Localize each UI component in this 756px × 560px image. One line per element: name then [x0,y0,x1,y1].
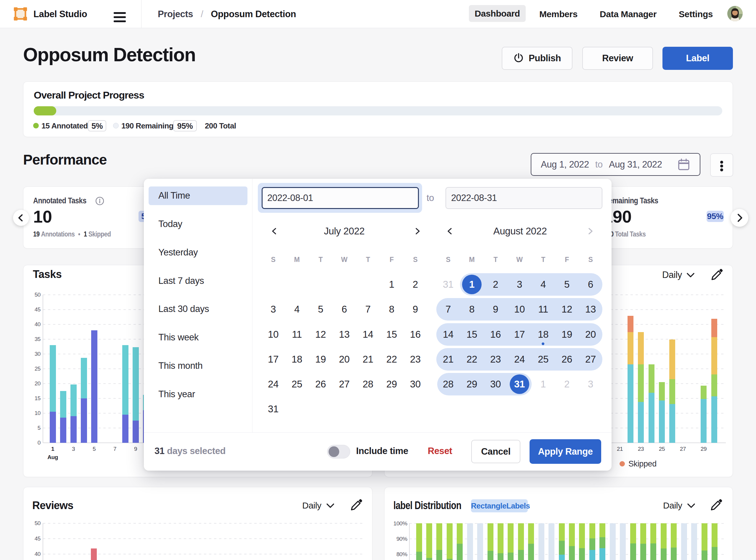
svg-text:100%: 100% [393,520,407,526]
svg-text:40: 40 [35,551,41,557]
svg-text:50: 50 [35,520,41,526]
svg-text:50: 50 [35,292,41,298]
svg-text:27: 27 [680,446,686,452]
svg-text:25: 25 [35,365,41,372]
svg-text:80%: 80% [396,551,407,557]
svg-text:35: 35 [35,336,41,342]
svg-text:Aug: Aug [47,454,58,460]
svg-text:9: 9 [134,446,137,452]
svg-text:20: 20 [35,380,41,386]
svg-text:7: 7 [113,446,116,452]
svg-text:45: 45 [35,306,41,313]
svg-text:21: 21 [617,446,623,452]
svg-text:40: 40 [35,321,41,327]
svg-text:15: 15 [35,395,41,401]
svg-text:3: 3 [72,446,75,452]
svg-text:10: 10 [35,410,41,416]
svg-text:5: 5 [38,425,41,431]
svg-text:Skipped: Skipped [629,459,657,468]
svg-text:23: 23 [638,446,644,452]
svg-text:25: 25 [659,446,665,452]
svg-text:90%: 90% [396,536,407,542]
svg-text:45: 45 [35,536,41,542]
svg-text:5: 5 [93,446,96,452]
svg-text:1: 1 [51,446,55,452]
svg-text:30: 30 [35,351,41,357]
svg-text:0: 0 [38,440,41,446]
svg-text:29: 29 [701,446,707,452]
